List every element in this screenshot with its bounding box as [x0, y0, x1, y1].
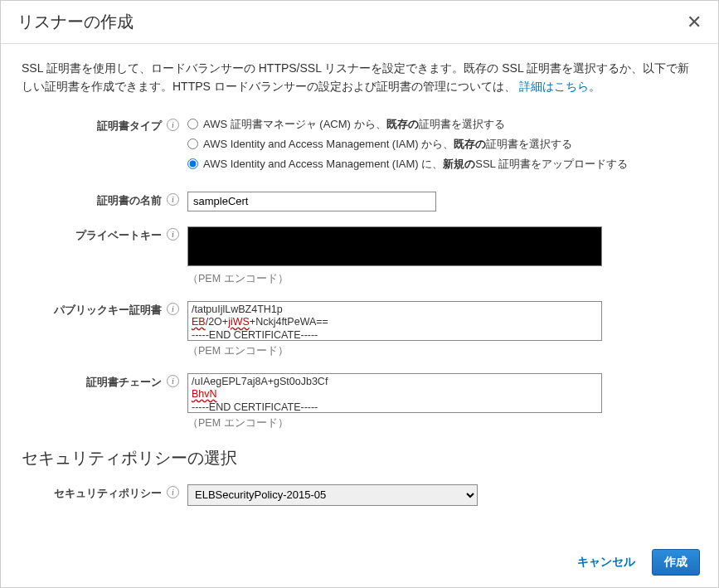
cert-name-input[interactable] [187, 192, 436, 211]
row-private-key: プライベートキー i （PEM エンコード） [22, 226, 697, 286]
dialog-footer: キャンセル 作成 [1, 537, 718, 587]
label-public-cert-text: パブリックキー証明書 [54, 303, 162, 318]
row-cert-chain: 証明書チェーン i /uIAegEPL7aj8A+gSt0oJb3Cf BhvN… [22, 373, 697, 430]
intro-text: SSL 証明書を使用して、ロードバランサーの HTTPS/SSL リスナーを設定… [22, 59, 697, 96]
radio-input-iam-new[interactable] [187, 158, 198, 169]
label-cert-type: 証明書タイプ i [22, 117, 187, 134]
label-private-key: プライベートキー i [22, 226, 187, 243]
radio-input-acm[interactable] [187, 119, 198, 129]
radio-iam-existing[interactable]: AWS Identity and Access Management (IAM)… [187, 137, 697, 152]
info-icon[interactable]: i [167, 228, 179, 241]
label-cert-name-text: 証明書の名前 [97, 193, 162, 208]
create-listener-dialog: リスナーの作成 ✕ SSL 証明書を使用して、ロードバランサーの HTTPS/S… [0, 0, 719, 588]
radio-acm-existing[interactable]: AWS 証明書マネージャ (ACM) から、既存の証明書を選択する [187, 117, 697, 132]
security-policy-heading: セキュリティポリシーの選択 [22, 447, 697, 469]
cert-chain-col: /uIAegEPL7aj8A+gSt0oJb3Cf BhvN -----END … [187, 373, 697, 430]
label-public-cert: パブリックキー証明書 i [22, 301, 187, 318]
label-cert-name: 証明書の名前 i [22, 192, 187, 208]
public-cert-col: /tatpuIjlLwBZ4TH1p EB/2O+jiWS+Nckj4ftPeW… [187, 301, 697, 358]
private-key-input[interactable] [187, 226, 602, 266]
info-icon[interactable]: i [167, 375, 179, 387]
info-icon[interactable]: i [167, 119, 179, 131]
dialog-title: リスナーの作成 [17, 11, 134, 33]
label-private-key-text: プライベートキー [75, 228, 162, 243]
row-security-policy: セキュリティポリシー i ELBSecurityPolicy-2015-05 [22, 484, 697, 506]
dialog-header: リスナーの作成 ✕ [1, 1, 718, 44]
cert-name-col [187, 192, 697, 211]
info-icon[interactable]: i [167, 486, 179, 498]
label-security-policy: セキュリティポリシー i [22, 484, 187, 501]
private-key-hint: （PEM エンコード） [187, 272, 697, 286]
radio-iam-new[interactable]: AWS Identity and Access Management (IAM)… [187, 157, 697, 172]
row-cert-name: 証明書の名前 i [22, 192, 697, 211]
cert-type-options: AWS 証明書マネージャ (ACM) から、既存の証明書を選択する AWS Id… [187, 117, 697, 177]
intro-b: 。 [589, 80, 600, 93]
cancel-button[interactable]: キャンセル [577, 555, 635, 570]
details-link[interactable]: 詳細はこちら [519, 80, 589, 93]
dialog-body[interactable]: SSL 証明書を使用して、ロードバランサーの HTTPS/SSL リスナーを設定… [1, 44, 718, 537]
public-cert-hint: （PEM エンコード） [187, 344, 697, 358]
cert-chain-input[interactable]: /uIAegEPL7aj8A+gSt0oJb3Cf BhvN -----END … [187, 373, 602, 413]
label-cert-type-text: 証明書タイプ [97, 119, 162, 134]
radio-input-iam-existing[interactable] [187, 138, 198, 149]
info-icon[interactable]: i [167, 193, 179, 206]
close-icon[interactable]: ✕ [687, 12, 702, 33]
label-cert-chain: 証明書チェーン i [22, 373, 187, 390]
private-key-col: （PEM エンコード） [187, 226, 697, 286]
row-cert-type: 証明書タイプ i AWS 証明書マネージャ (ACM) から、既存の証明書を選択… [22, 117, 697, 177]
security-policy-select[interactable]: ELBSecurityPolicy-2015-05 [187, 484, 478, 506]
info-icon[interactable]: i [167, 303, 179, 315]
cert-chain-hint: （PEM エンコード） [187, 416, 697, 430]
label-cert-chain-text: 証明書チェーン [86, 375, 162, 390]
public-cert-input[interactable]: /tatpuIjlLwBZ4TH1p EB/2O+jiWS+Nckj4ftPeW… [187, 301, 602, 341]
security-policy-col: ELBSecurityPolicy-2015-05 [187, 484, 697, 506]
create-button[interactable]: 作成 [652, 549, 700, 576]
row-public-cert: パブリックキー証明書 i /tatpuIjlLwBZ4TH1p EB/2O+ji… [22, 301, 697, 358]
label-security-policy-text: セキュリティポリシー [54, 486, 162, 501]
